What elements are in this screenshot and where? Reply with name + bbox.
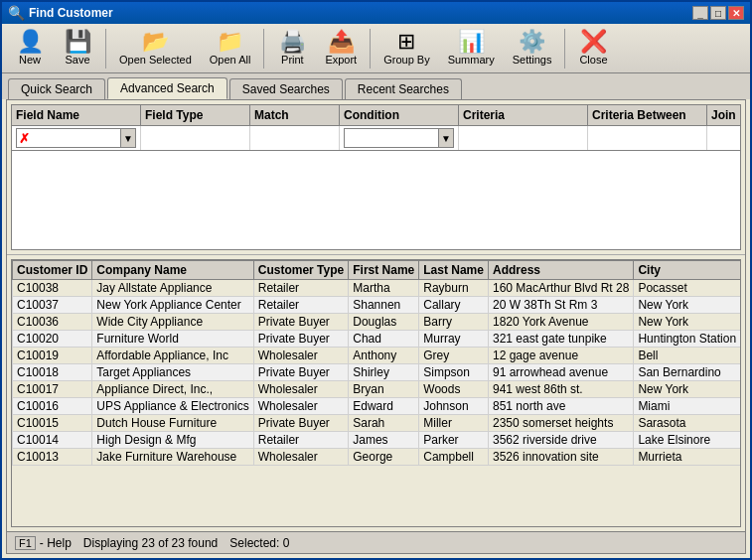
table-cell: New York Appliance Center <box>92 297 253 314</box>
summary-button[interactable]: 📊 Summary <box>441 28 502 69</box>
table-cell: C10020 <box>13 331 92 348</box>
table-cell: Pocasset <box>634 280 741 297</box>
condition-dropdown-arrow[interactable]: ▼ <box>438 129 453 147</box>
table-cell: New York <box>634 381 741 398</box>
settings-button[interactable]: ⚙️ Settings <box>506 28 559 69</box>
results-table: Customer ID Company Name Customer Type F… <box>12 260 741 466</box>
close-window-button[interactable]: ✕ <box>728 6 744 20</box>
clear-icon[interactable]: ✗ <box>17 131 32 146</box>
table-cell: Woods <box>419 381 489 398</box>
close-button[interactable]: ❌ Close <box>571 28 615 69</box>
table-row[interactable]: C10037New York Appliance CenterRetailerS… <box>13 297 742 314</box>
table-row[interactable]: C10015Dutch House FurniturePrivate Buyer… <box>13 415 742 432</box>
table-cell: Wide City Appliance <box>92 314 253 331</box>
table-cell: Retailer <box>253 280 348 297</box>
group-by-icon: ⊞ <box>397 31 415 53</box>
table-cell: 1820 York Avenue <box>488 314 633 331</box>
summary-label: Summary <box>448 54 495 66</box>
criteria-value-cell <box>459 126 588 150</box>
settings-icon: ⚙️ <box>519 31 545 53</box>
f1-key: F1 <box>15 536 36 550</box>
tab-advanced-search[interactable]: Advanced Search <box>107 77 227 99</box>
col-header-join: Join <box>707 105 746 125</box>
col-header-field-type: Field Type <box>141 105 250 125</box>
table-cell: Sarasota <box>634 415 741 432</box>
open-all-button[interactable]: 📁 Open All <box>203 28 258 69</box>
table-cell: Bryan <box>349 381 419 398</box>
field-name-dropdown[interactable]: ✗ ▼ <box>16 128 136 148</box>
col-header-condition: Condition <box>340 105 459 125</box>
col-address: Address <box>488 261 633 280</box>
open-all-label: Open All <box>210 54 251 66</box>
field-name-cell[interactable]: ✗ ▼ <box>12 126 141 150</box>
table-cell: Anthony <box>349 348 419 364</box>
dropdown-arrow-icon[interactable]: ▼ <box>120 129 135 147</box>
save-icon: 💾 <box>65 31 91 53</box>
save-button[interactable]: 💾 Save <box>56 28 99 69</box>
new-label: New <box>19 54 41 66</box>
table-cell: Lake Elsinore <box>634 432 741 449</box>
condition-cell[interactable]: ▼ <box>340 126 459 150</box>
table-cell: Private Buyer <box>253 415 348 432</box>
table-row[interactable]: C10038Jay Allstate ApplianceRetailerMart… <box>13 280 742 297</box>
main-content: Field Name Field Type Match Condition Cr… <box>6 99 746 554</box>
table-cell: UPS Appliance & Electronics <box>92 398 253 415</box>
tab-recent-searches[interactable]: Recent Searches <box>345 78 462 99</box>
table-cell: 941 west 86th st. <box>488 381 633 398</box>
results-area: Customer ID Company Name Customer Type F… <box>7 255 745 531</box>
table-cell: Barry <box>419 314 489 331</box>
table-row[interactable]: C10036Wide City AppliancePrivate BuyerDo… <box>13 314 742 331</box>
table-row[interactable]: C10014High Design & MfgRetailerJamesPark… <box>13 432 742 449</box>
print-icon: 🖨️ <box>279 31 306 53</box>
table-cell: 321 east gate tunpike <box>488 331 633 348</box>
table-cell: Grey <box>419 348 489 364</box>
criteria-area: Field Name Field Type Match Condition Cr… <box>7 100 745 255</box>
table-cell: Retailer <box>253 432 348 449</box>
help-label: - Help <box>40 536 72 550</box>
new-icon: 👤 <box>17 31 44 53</box>
table-cell: 91 arrowhead avenue <box>488 364 633 381</box>
table-row[interactable]: C10017Appliance Direct, Inc.,WholesalerB… <box>13 381 742 398</box>
table-cell: C10014 <box>13 432 92 449</box>
table-cell: Jay Allstate Appliance <box>92 280 253 297</box>
table-cell: Johnson <box>419 398 489 415</box>
close-label: Close <box>579 54 607 66</box>
export-button[interactable]: 📤 Export <box>318 28 364 69</box>
table-cell: 160 MacArthur Blvd Rt 28 <box>488 280 633 297</box>
col-customer-id: Customer ID <box>13 261 92 280</box>
condition-dropdown[interactable]: ▼ <box>344 128 454 148</box>
col-last-name: Last Name <box>419 261 489 280</box>
print-button[interactable]: 🖨️ Print <box>270 28 314 69</box>
separator-3 <box>370 29 371 69</box>
print-label: Print <box>281 54 304 66</box>
table-row[interactable]: C10020Furniture WorldPrivate BuyerChadMu… <box>13 331 742 348</box>
tab-saved-searches[interactable]: Saved Searches <box>229 78 343 99</box>
table-cell: Private Buyer <box>253 364 348 381</box>
open-selected-button[interactable]: 📂 Open Selected <box>112 28 199 69</box>
table-cell: Jake Furniture Warehouse <box>92 449 253 466</box>
table-cell: Private Buyer <box>253 331 348 348</box>
maximize-button[interactable]: □ <box>710 6 726 20</box>
table-cell: C10018 <box>13 364 92 381</box>
tab-quick-search[interactable]: Quick Search <box>8 78 105 99</box>
table-row[interactable]: C10016UPS Appliance & ElectronicsWholesa… <box>13 398 742 415</box>
minimize-button[interactable]: _ <box>692 6 708 20</box>
col-header-criteria-between: Criteria Between <box>588 105 707 125</box>
col-company-name: Company Name <box>92 261 253 280</box>
table-row[interactable]: C10018Target AppliancesPrivate BuyerShir… <box>13 364 742 381</box>
table-row[interactable]: C10013Jake Furniture WarehouseWholesaler… <box>13 449 742 466</box>
table-row[interactable]: C10019Affordable Appliance, IncWholesale… <box>13 348 742 364</box>
found-count: Displaying 23 of 23 found <box>83 536 218 550</box>
new-button[interactable]: 👤 New <box>8 28 52 69</box>
table-cell: Rayburn <box>419 280 489 297</box>
table-cell: Campbell <box>419 449 489 466</box>
table-cell: Target Appliances <box>92 364 253 381</box>
results-table-wrapper[interactable]: Customer ID Company Name Customer Type F… <box>11 259 741 527</box>
table-cell: Bell <box>634 348 741 364</box>
help-section: F1 - Help <box>15 536 72 550</box>
group-by-label: Group By <box>383 54 429 66</box>
separator-4 <box>564 29 565 69</box>
group-by-button[interactable]: ⊞ Group By <box>376 28 436 69</box>
criteria-row: ✗ ▼ ▼ <box>11 126 741 151</box>
toolbar: 👤 New 💾 Save 📂 Open Selected 📁 Open All … <box>2 24 750 73</box>
